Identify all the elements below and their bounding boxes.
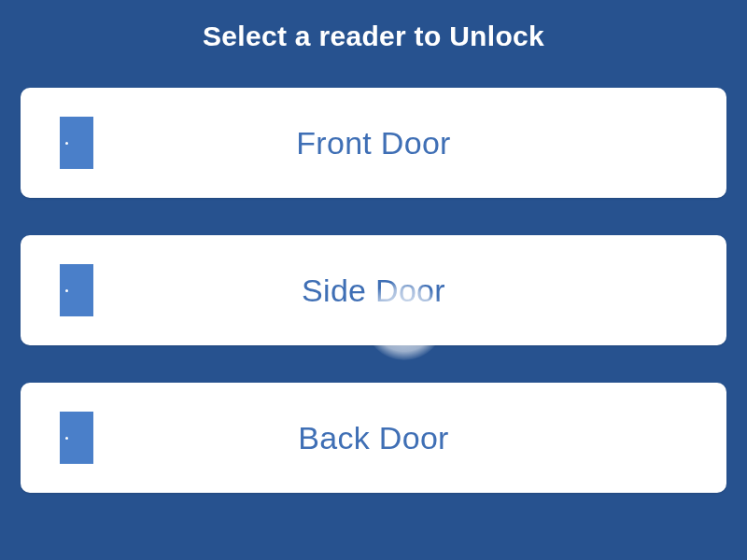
reader-list: Front Door Side Door Back Door [21,88,726,493]
reader-button-back-door[interactable]: Back Door [21,383,726,493]
reader-button-side-door[interactable]: Side Door [21,235,726,345]
reader-label: Side Door [21,273,726,309]
reader-label: Back Door [21,420,726,456]
reader-button-front-door[interactable]: Front Door [21,88,726,198]
page-title: Select a reader to Unlock [21,21,726,52]
reader-label: Front Door [21,125,726,161]
